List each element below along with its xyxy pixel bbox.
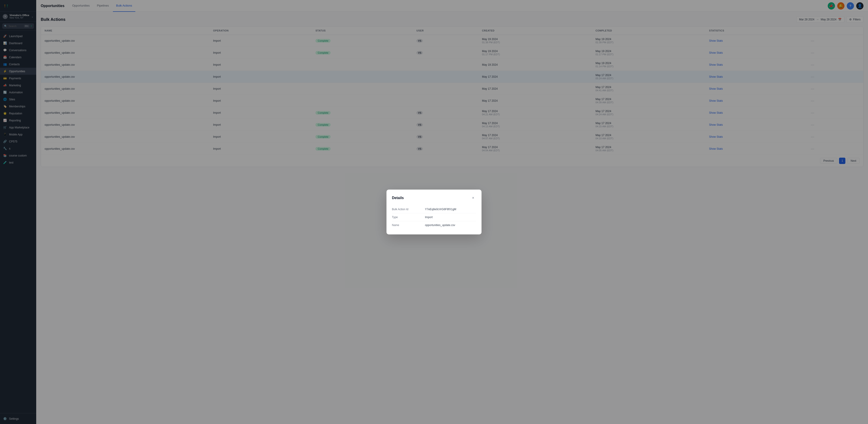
modal-label-name: Name [392, 224, 421, 227]
modal-header: Details × [392, 195, 476, 201]
modal-row-name: Name opportunities_update.csv [392, 221, 476, 229]
modal-title: Details [392, 196, 404, 200]
modal-close-button[interactable]: × [470, 195, 476, 201]
details-modal: Details × Bulk Action Id Y7eEq8e0cVrG6F8… [386, 190, 482, 234]
modal-label-bulk-action-id: Bulk Action Id [392, 208, 421, 211]
modal-row-bulk-action-id: Bulk Action Id Y7eEq8e0cVrG6F8fX1gM [392, 205, 476, 214]
modal-value-name: opportunities_update.csv [425, 224, 455, 227]
modal-row-type: Type Import [392, 214, 476, 221]
modal-label-type: Type [392, 216, 421, 219]
modal-overlay[interactable]: Details × Bulk Action Id Y7eEq8e0cVrG6F8… [0, 0, 868, 424]
modal-value-bulk-action-id: Y7eEq8e0cVrG6F8fX1gM [425, 208, 456, 211]
modal-value-type: Import [425, 216, 433, 219]
